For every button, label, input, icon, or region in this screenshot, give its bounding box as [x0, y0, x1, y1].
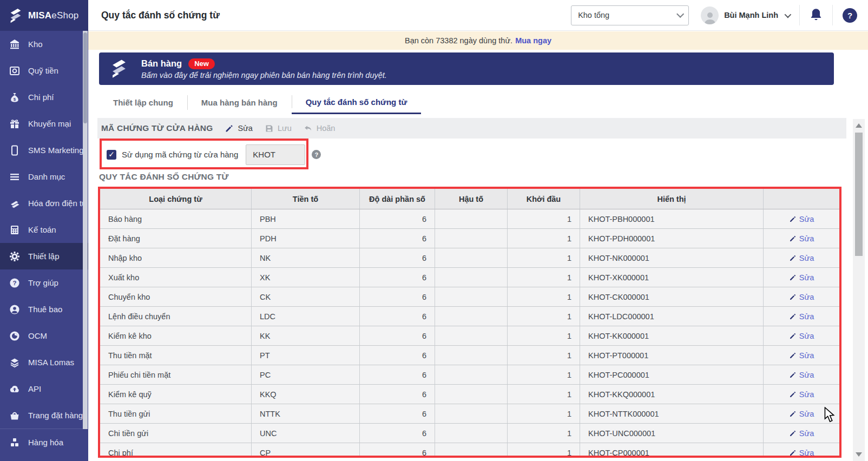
sidebar-item-kho[interactable]: Kho — [0, 31, 88, 57]
sidebar-item-trang-dat-hang[interactable]: Trang đặt hàng — [0, 402, 88, 429]
cell-start: 1 — [508, 326, 580, 346]
buy-now-link[interactable]: Mua ngay — [515, 36, 551, 45]
row-edit-button[interactable]: Sửa — [764, 209, 839, 229]
sidebar-item-label: Hàng hóa — [28, 438, 63, 447]
person-circle-icon — [9, 304, 21, 315]
row-edit-button[interactable]: Sửa — [764, 346, 839, 365]
cell-start: 1 — [508, 268, 580, 287]
row-edit-label: Sửa — [799, 332, 814, 340]
basket-icon — [9, 410, 21, 422]
cell-display: KHOT-PDH000001 — [580, 229, 764, 248]
sidebar-scrollbar[interactable] — [83, 31, 88, 429]
sidebar-nav: KhoQuỹ tiền$Chi phíKhuyến mạiSMS Marketi… — [0, 31, 88, 429]
sidebar-item-sms-marketing[interactable]: SMS Marketing — [0, 137, 88, 163]
scroll-down-arrow-icon[interactable] — [856, 452, 862, 457]
row-edit-button[interactable]: Sửa — [764, 424, 839, 443]
store-code-input[interactable] — [246, 144, 305, 165]
user-avatar[interactable] — [701, 6, 719, 24]
cell-start: 1 — [508, 229, 580, 248]
row-edit-button[interactable]: Sửa — [764, 268, 839, 287]
use-store-code-checkbox[interactable]: ✓ — [107, 150, 116, 160]
pencil-icon — [789, 352, 797, 359]
pencil-icon — [789, 254, 797, 262]
cell-display: KHOT-CK000001 — [580, 287, 764, 307]
cell-type: Xuất kho — [100, 268, 252, 287]
sidebar-item-misa-lomas[interactable]: MISA Lomas — [0, 349, 88, 376]
table-row: Xuất khoXK61KHOT-XK000001Sửa — [100, 268, 839, 287]
trial-banner: Bạn còn 73382 ngày dùng thử. Mua ngay — [88, 31, 868, 50]
sidebar-item-hang-hoa[interactable]: Hàng hóa — [0, 429, 88, 456]
user-menu-chevron-icon[interactable] — [785, 11, 792, 18]
row-edit-button[interactable]: Sửa — [764, 287, 839, 307]
sidebar-scrollbar-thumb[interactable] — [83, 32, 87, 123]
cell-type: Lệnh điều chuyển — [100, 307, 252, 326]
main-scrollbar[interactable] — [853, 119, 865, 461]
table-row: Lệnh điều chuyểnLDC61KHOT-LDC000001Sửa — [100, 307, 839, 326]
sidebar-item-khuyen-mai[interactable]: Khuyến mại — [0, 110, 88, 137]
page-title: Quy tắc đánh số chứng từ — [101, 10, 220, 21]
table-row: Báo hàngPBH61KHOT-PBH000001Sửa — [100, 209, 839, 229]
cell-length: 6 — [360, 385, 435, 404]
row-edit-button[interactable]: Sửa — [764, 229, 839, 248]
row-edit-button[interactable]: Sửa — [764, 385, 839, 404]
sidebar-item-chi-phi[interactable]: $Chi phí — [0, 84, 88, 110]
undo-icon — [304, 124, 313, 133]
save-button[interactable]: Lưu — [265, 124, 292, 133]
help-tooltip-icon[interactable]: ? — [312, 150, 321, 159]
sidebar-item-thiet-lap[interactable]: Thiết lập — [0, 243, 88, 269]
sidebar-item-api[interactable]: API — [0, 376, 88, 402]
cubes-icon — [9, 437, 21, 449]
cell-suffix — [435, 365, 508, 385]
row-edit-button[interactable]: Sửa — [764, 404, 839, 424]
cell-length: 6 — [360, 268, 435, 287]
tab-mua-hang-ban-hang[interactable]: Mua hàng bán hàng — [187, 91, 292, 114]
cell-length: 6 — [360, 365, 435, 385]
column-header-actions — [764, 189, 839, 209]
sidebar-item-label: Trang đặt hàng — [28, 411, 83, 420]
user-name[interactable]: Bùi Mạnh Linh — [724, 11, 778, 19]
list-icon — [9, 171, 21, 183]
promo-banner[interactable]: Bán hàng New Bấm vào đây để trải nghiệm … — [99, 52, 834, 85]
sidebar-item-quy-tien[interactable]: Quỹ tiền — [0, 57, 88, 84]
logo-bar[interactable]: MISAeShop — [0, 0, 88, 31]
row-edit-button[interactable]: Sửa — [764, 307, 839, 326]
branch-selector-dropdown[interactable]: Kho tổng — [571, 5, 689, 25]
cell-suffix — [435, 326, 508, 346]
help-button[interactable]: ? — [843, 8, 857, 23]
row-edit-button[interactable]: Sửa — [764, 365, 839, 385]
cell-suffix — [435, 248, 508, 268]
sidebar-item-ke-toan[interactable]: Kế toán — [0, 216, 88, 243]
cell-type: Đặt hàng — [100, 229, 252, 248]
sidebar-item-label: Kế toán — [28, 225, 56, 234]
promo-title: Bán hàng — [141, 58, 182, 69]
tab-quy-tac-danh-so-chung-tu[interactable]: Quy tắc đánh số chứng từ — [292, 91, 422, 114]
cell-start: 1 — [508, 287, 580, 307]
cell-suffix — [435, 229, 508, 248]
tab-thiet-lap-chung[interactable]: Thiết lập chung — [99, 91, 187, 114]
sidebar-item-tro-giup[interactable]: ?Trợ giúp — [0, 269, 88, 296]
notification-bell-icon[interactable] — [810, 8, 823, 22]
row-edit-label: Sửa — [799, 429, 814, 438]
row-edit-button[interactable]: Sửa — [764, 443, 839, 456]
sidebar-item-hoa-don-dien-tu[interactable]: Hóa đơn điện tử — [0, 190, 88, 216]
sidebar-item-thue-bao[interactable]: Thuê bao — [0, 296, 88, 322]
cell-length: 6 — [360, 287, 435, 307]
cloud-upload-icon — [9, 383, 21, 395]
sidebar-item-danh-muc[interactable]: Danh mục — [0, 163, 88, 190]
row-edit-button[interactable]: Sửa — [764, 326, 839, 346]
cell-display: KHOT-XK000001 — [580, 268, 764, 287]
cell-type: Báo hàng — [100, 209, 252, 229]
cell-prefix: PT — [252, 346, 360, 365]
main-scrollbar-thumb[interactable] — [855, 133, 863, 256]
scroll-up-arrow-icon[interactable] — [856, 123, 862, 128]
store-code-toolbar: MÃ CHỨNG TỪ CỬA HÀNG Sửa Lưu Hoãn — [97, 118, 846, 139]
cell-display: KHOT-PBH000001 — [580, 209, 764, 229]
sidebar-item-label: Kho — [28, 39, 43, 49]
row-edit-button[interactable]: Sửa — [764, 248, 839, 268]
row-edit-label: Sửa — [799, 234, 814, 243]
promo-subtitle: Bấm vào đây để trải nghiệm ngay phiên bả… — [141, 71, 387, 80]
table-row: Thu tiền mặtPT61KHOT-PT000001Sửa — [100, 346, 839, 365]
edit-button[interactable]: Sửa — [225, 124, 252, 133]
undo-button[interactable]: Hoãn — [304, 124, 336, 133]
sidebar-item-ocm[interactable]: OCM — [0, 322, 88, 349]
